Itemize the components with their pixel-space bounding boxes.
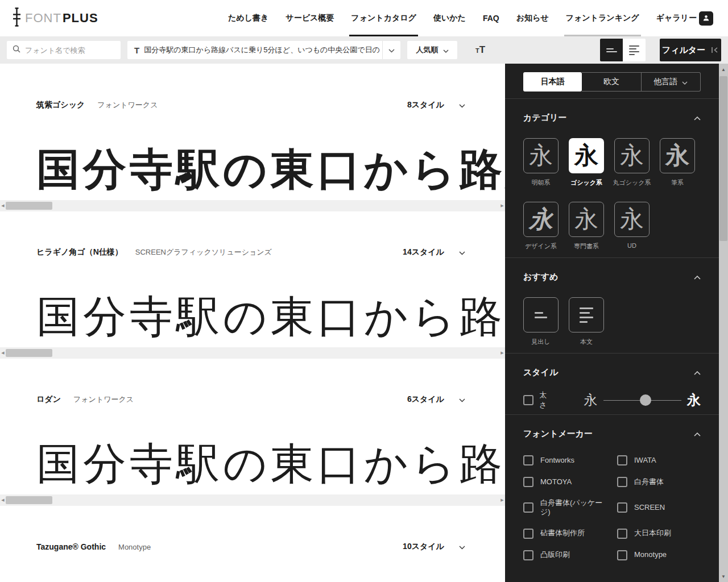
recommend-heading[interactable]: 見出し bbox=[523, 297, 559, 346]
scroll-right-icon[interactable]: ▶ bbox=[499, 494, 505, 506]
preview-horizontal-scrollbar[interactable]: ◀ ▶ bbox=[0, 347, 505, 359]
section-category: カテゴリー 永 明朝系 永 ゴシック系 永 丸ゴシック系 bbox=[505, 98, 719, 251]
category-brush[interactable]: 永 筆系 bbox=[660, 138, 695, 187]
checkbox[interactable] bbox=[523, 529, 533, 539]
view-mode-body-button[interactable] bbox=[623, 39, 646, 61]
category-design[interactable]: 永 デザイン系 bbox=[523, 202, 559, 251]
section-font-makers: フォントメーカー Fontworks IWATA bbox=[505, 414, 719, 560]
scroll-left-icon[interactable]: ◀ bbox=[0, 347, 6, 359]
checkbox[interactable] bbox=[617, 477, 627, 487]
font-search-input[interactable] bbox=[25, 46, 125, 55]
styles-expander[interactable]: 8スタイル bbox=[407, 100, 465, 110]
top-header: FONT PLUS ためし書き サービス概要 フォントカタログ 使いかた FAQ… bbox=[0, 0, 728, 36]
catalog-toolbar: T 人気順 TT 76px bbox=[0, 36, 728, 64]
collapse-section-button[interactable] bbox=[694, 430, 701, 438]
category-specialty[interactable]: 永 専門書系 bbox=[569, 202, 604, 251]
sort-select[interactable]: 人気順 bbox=[407, 41, 457, 59]
scrollbar-thumb[interactable] bbox=[6, 349, 52, 357]
tab-latin[interactable]: 欧文 bbox=[582, 72, 641, 92]
person-icon bbox=[702, 14, 710, 24]
font-name[interactable]: ロダン bbox=[36, 394, 61, 405]
nav-item-service[interactable]: サービス概要 bbox=[277, 0, 342, 36]
checkbox[interactable] bbox=[617, 529, 627, 539]
weight-slider-thumb[interactable] bbox=[640, 394, 651, 406]
maker-hakushu-package[interactable]: 白舟書体(パッケージ) bbox=[523, 498, 607, 517]
chevron-up-icon bbox=[694, 114, 701, 122]
category-ud[interactable]: 永 UD bbox=[614, 202, 650, 251]
checkbox[interactable] bbox=[617, 502, 627, 513]
tab-japanese[interactable]: 日本語 bbox=[523, 72, 582, 92]
maker-motoya[interactable]: MOTOYA bbox=[523, 477, 607, 487]
scroll-right-icon[interactable]: ▶ bbox=[499, 347, 505, 359]
filter-button[interactable]: フィルター bbox=[660, 39, 721, 61]
scroll-left-icon[interactable]: ◀ bbox=[0, 200, 6, 211]
scrollbar-thumb[interactable] bbox=[6, 202, 52, 210]
nav-item-font-catalog[interactable]: フォントカタログ bbox=[342, 0, 425, 36]
maker-hakushu[interactable]: 白舟書体 bbox=[617, 477, 701, 487]
preview-horizontal-scrollbar[interactable]: ◀ ▶ bbox=[0, 200, 505, 211]
category-maru-gothic[interactable]: 永 丸ゴシック系 bbox=[614, 138, 650, 187]
heading-view-icon bbox=[606, 48, 614, 49]
preview-horizontal-scrollbar[interactable]: ◀ ▶ bbox=[0, 494, 505, 506]
section-recommend: おすすめ 見出し bbox=[505, 257, 719, 346]
maker-fontworks[interactable]: Fontworks bbox=[523, 455, 607, 465]
checkbox[interactable] bbox=[523, 477, 533, 487]
font-maker: SCREENグラフィックソリューションズ bbox=[135, 247, 272, 257]
nav-item-gallery[interactable]: ギャラリー bbox=[648, 0, 705, 36]
language-tabs: 日本語 欧文 他言語 bbox=[523, 72, 701, 92]
view-mode-heading-button[interactable] bbox=[600, 39, 623, 61]
weight-slider-track[interactable] bbox=[603, 400, 681, 401]
maker-dainippon[interactable]: 大日本印刷 bbox=[617, 529, 701, 539]
font-name[interactable]: ヒラギノ角ゴ（N仕様） bbox=[36, 247, 123, 257]
collapse-section-button[interactable] bbox=[694, 114, 701, 122]
scroll-right-icon[interactable]: ▶ bbox=[499, 200, 505, 211]
sample-text-input[interactable] bbox=[144, 46, 382, 55]
font-name[interactable]: 筑紫ゴシック bbox=[36, 100, 85, 110]
maker-monotype[interactable]: Monotype bbox=[617, 550, 701, 560]
filter-panel: 日本語 欧文 他言語 カテゴリー 永 bbox=[505, 64, 719, 582]
recommend-body[interactable]: 本文 bbox=[569, 297, 604, 346]
maker-toppan[interactable]: 凸版印刷 bbox=[523, 550, 607, 560]
scrollbar-thumb[interactable] bbox=[6, 496, 52, 504]
checkbox[interactable] bbox=[523, 502, 533, 513]
scroll-left-icon[interactable]: ◀ bbox=[0, 494, 6, 506]
search-icon bbox=[13, 45, 20, 55]
page-vertical-scrollbar[interactable]: ▲ ▼ bbox=[719, 64, 728, 582]
nav-item-news[interactable]: お知らせ bbox=[508, 0, 557, 36]
scroll-down-icon[interactable]: ▼ bbox=[719, 572, 728, 581]
scrollbar-thumb[interactable] bbox=[719, 76, 727, 241]
font-preview-text: 国分寺駅の東口から路線 bbox=[36, 136, 505, 203]
maker-screen[interactable]: SCREEN bbox=[617, 498, 701, 517]
checkbox[interactable] bbox=[617, 550, 627, 560]
styles-expander[interactable]: 14スタイル bbox=[403, 247, 465, 257]
nav-item-howto[interactable]: 使いかた bbox=[425, 0, 474, 36]
sort-value: 人気順 bbox=[416, 45, 439, 55]
section-style: スタイル 太さ 永 永 bbox=[505, 353, 719, 408]
font-card-rodin: ロダン フォントワークス 6スタイル 国分寺駅の東口から路線 ◀ ▶ bbox=[0, 392, 505, 539]
checkbox[interactable] bbox=[523, 550, 533, 560]
category-mincho[interactable]: 永 明朝系 bbox=[523, 138, 559, 187]
scroll-up-icon[interactable]: ▲ bbox=[719, 65, 728, 74]
collapse-section-button[interactable] bbox=[694, 368, 701, 377]
maker-iwata[interactable]: IWATA bbox=[617, 455, 701, 465]
weight-checkbox[interactable] bbox=[523, 395, 533, 405]
nav-item-faq[interactable]: FAQ bbox=[474, 0, 508, 36]
chevron-up-icon bbox=[694, 273, 701, 281]
fontplus-logo[interactable]: FONT PLUS bbox=[13, 7, 98, 29]
nav-item-tameshigaki[interactable]: ためし書き bbox=[220, 0, 277, 36]
collapse-section-button[interactable] bbox=[694, 273, 701, 281]
styles-expander[interactable]: 6スタイル bbox=[407, 394, 465, 405]
tab-other-languages[interactable]: 他言語 bbox=[642, 72, 701, 92]
sample-text-dropdown-button[interactable] bbox=[382, 41, 400, 59]
checkbox[interactable] bbox=[523, 455, 533, 465]
account-button[interactable] bbox=[699, 11, 713, 26]
maker-kinuta[interactable]: 砧書体制作所 bbox=[523, 529, 607, 539]
styles-expander[interactable]: 10スタイル bbox=[403, 542, 465, 552]
chevron-down-icon bbox=[459, 394, 465, 405]
nav-item-font-ranking[interactable]: フォントランキング bbox=[557, 0, 648, 36]
font-name[interactable]: Tazugane® Gothic bbox=[36, 542, 106, 551]
font-card-hiragino-kaku-gothic: ヒラギノ角ゴ（N仕様） SCREENグラフィックソリューションズ 14スタイル … bbox=[0, 245, 505, 392]
checkbox[interactable] bbox=[617, 455, 627, 465]
chevron-up-icon bbox=[694, 368, 701, 377]
category-gothic[interactable]: 永 ゴシック系 bbox=[569, 138, 604, 187]
